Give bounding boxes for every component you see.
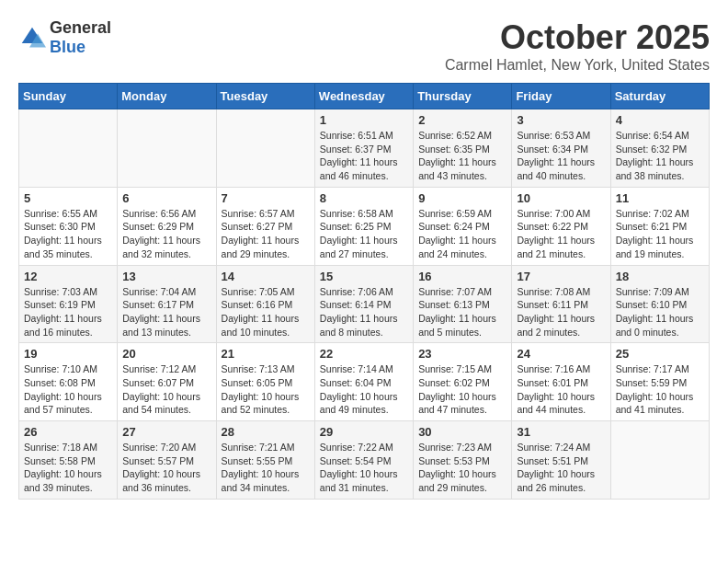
calendar-cell: 16Sunrise: 7:07 AMSunset: 6:13 PMDayligh… xyxy=(414,265,512,343)
day-info: Sunrise: 6:53 AMSunset: 6:34 PMDaylight:… xyxy=(517,129,605,183)
day-number: 11 xyxy=(616,191,704,205)
day-info: Sunrise: 7:14 AMSunset: 6:04 PMDaylight:… xyxy=(320,362,408,417)
day-info-line: Daylight: 10 hours and 57 minutes. xyxy=(24,391,102,416)
calendar-cell: 11Sunrise: 7:02 AMSunset: 6:21 PMDayligh… xyxy=(610,187,709,265)
day-header-friday: Friday xyxy=(512,84,610,109)
day-info-line: Sunset: 6:21 PM xyxy=(616,221,688,232)
day-info: Sunrise: 6:51 AMSunset: 6:37 PMDaylight:… xyxy=(320,129,408,183)
day-info-line: Sunrise: 7:17 AM xyxy=(616,363,689,374)
day-info-line: Sunset: 5:53 PM xyxy=(418,455,490,466)
logo: General Blue xyxy=(18,18,111,57)
day-info-line: Daylight: 11 hours and 10 minutes. xyxy=(222,313,300,338)
day-info-line: Sunrise: 7:03 AM xyxy=(24,286,97,297)
day-info-line: Sunset: 6:08 PM xyxy=(24,377,96,388)
day-info-line: Daylight: 10 hours and 52 minutes. xyxy=(222,391,300,416)
page-header: General Blue October 2025 Carmel Hamlet,… xyxy=(18,18,710,74)
day-info-line: Daylight: 11 hours and 5 minutes. xyxy=(418,313,496,338)
day-info: Sunrise: 7:23 AMSunset: 5:53 PMDaylight:… xyxy=(418,441,506,495)
day-header-wednesday: Wednesday xyxy=(314,84,413,109)
day-info-line: Sunset: 6:11 PM xyxy=(517,299,588,310)
day-info-line: Sunrise: 6:53 AM xyxy=(517,130,590,141)
calendar-cell: 24Sunrise: 7:16 AMSunset: 6:01 PMDayligh… xyxy=(512,343,610,421)
day-info: Sunrise: 7:20 AMSunset: 5:57 PMDaylight:… xyxy=(122,441,210,495)
month-title: October 2025 xyxy=(445,18,710,57)
day-info-line: Sunrise: 6:52 AM xyxy=(418,130,492,141)
day-number: 17 xyxy=(517,270,605,283)
day-info-line: Sunrise: 7:21 AM xyxy=(222,442,295,453)
day-info: Sunrise: 7:08 AMSunset: 6:11 PMDaylight:… xyxy=(517,285,605,339)
day-info: Sunrise: 7:00 AMSunset: 6:22 PMDaylight:… xyxy=(517,207,605,261)
day-number: 12 xyxy=(24,270,112,283)
day-info-line: Sunrise: 7:13 AM xyxy=(222,363,295,374)
calendar-cell: 30Sunrise: 7:23 AMSunset: 5:53 PMDayligh… xyxy=(414,421,512,500)
day-info: Sunrise: 6:55 AMSunset: 6:30 PMDaylight:… xyxy=(24,207,112,261)
calendar-cell xyxy=(216,109,314,188)
day-number: 23 xyxy=(418,347,506,361)
day-number: 4 xyxy=(616,113,704,127)
calendar-cell: 8Sunrise: 6:58 AMSunset: 6:25 PMDaylight… xyxy=(314,187,413,265)
day-info-line: Sunset: 5:59 PM xyxy=(616,377,688,388)
day-info-line: Daylight: 11 hours and 38 minutes. xyxy=(616,156,694,181)
day-info-line: Daylight: 11 hours and 13 minutes. xyxy=(122,313,200,338)
day-info-line: Daylight: 10 hours and 26 minutes. xyxy=(517,468,595,493)
day-info-line: Sunrise: 7:12 AM xyxy=(122,363,196,374)
day-info-line: Sunset: 6:19 PM xyxy=(24,299,96,310)
day-info-line: Sunset: 6:07 PM xyxy=(122,377,194,388)
day-header-thursday: Thursday xyxy=(414,84,512,109)
day-number: 13 xyxy=(122,270,210,283)
day-header-sunday: Sunday xyxy=(19,84,118,109)
calendar-cell: 27Sunrise: 7:20 AMSunset: 5:57 PMDayligh… xyxy=(118,421,216,500)
day-info: Sunrise: 7:17 AMSunset: 5:59 PMDaylight:… xyxy=(616,362,704,417)
calendar-cell: 20Sunrise: 7:12 AMSunset: 6:07 PMDayligh… xyxy=(118,343,216,421)
day-number: 21 xyxy=(222,347,310,361)
day-info-line: Sunrise: 6:58 AM xyxy=(320,208,393,219)
calendar-cell: 12Sunrise: 7:03 AMSunset: 6:19 PMDayligh… xyxy=(19,265,118,343)
calendar-cell: 7Sunrise: 6:57 AMSunset: 6:27 PMDaylight… xyxy=(216,187,314,265)
day-info: Sunrise: 7:03 AMSunset: 6:19 PMDaylight:… xyxy=(24,285,112,339)
day-info-line: Sunrise: 6:56 AM xyxy=(122,208,196,219)
day-number: 25 xyxy=(616,347,704,361)
day-info-line: Sunset: 6:37 PM xyxy=(320,144,392,155)
day-info-line: Sunset: 6:04 PM xyxy=(320,377,392,388)
calendar-cell: 28Sunrise: 7:21 AMSunset: 5:55 PMDayligh… xyxy=(216,421,314,500)
day-number: 30 xyxy=(418,425,506,439)
day-info-line: Sunset: 6:14 PM xyxy=(320,299,392,310)
day-info: Sunrise: 7:09 AMSunset: 6:10 PMDaylight:… xyxy=(616,285,704,339)
location-title: Carmel Hamlet, New York, United States xyxy=(445,57,710,74)
day-info: Sunrise: 7:12 AMSunset: 6:07 PMDaylight:… xyxy=(122,362,210,417)
calendar-cell: 13Sunrise: 7:04 AMSunset: 6:17 PMDayligh… xyxy=(118,265,216,343)
day-info-line: Daylight: 10 hours and 49 minutes. xyxy=(320,391,398,416)
day-info-line: Sunrise: 7:09 AM xyxy=(616,286,689,297)
day-number: 6 xyxy=(122,191,210,205)
day-info-line: Daylight: 11 hours and 8 minutes. xyxy=(320,313,398,338)
day-info-line: Sunset: 6:16 PM xyxy=(222,299,293,310)
day-info-line: Sunrise: 7:04 AM xyxy=(122,286,196,297)
day-info-line: Daylight: 11 hours and 0 minutes. xyxy=(616,313,694,338)
calendar-cell: 22Sunrise: 7:14 AMSunset: 6:04 PMDayligh… xyxy=(314,343,413,421)
day-info-line: Sunset: 5:51 PM xyxy=(517,455,588,466)
day-info-line: Daylight: 11 hours and 29 minutes. xyxy=(222,235,300,259)
day-header-tuesday: Tuesday xyxy=(216,84,314,109)
week-row-3: 12Sunrise: 7:03 AMSunset: 6:19 PMDayligh… xyxy=(19,265,710,343)
week-row-2: 5Sunrise: 6:55 AMSunset: 6:30 PMDaylight… xyxy=(19,187,710,265)
day-info-line: Sunrise: 7:10 AM xyxy=(24,363,97,374)
day-info-line: Sunrise: 7:24 AM xyxy=(517,442,590,453)
day-number: 7 xyxy=(222,191,310,205)
day-info-line: Sunrise: 6:55 AM xyxy=(24,208,97,219)
day-number: 18 xyxy=(616,270,704,283)
calendar-cell xyxy=(610,421,709,500)
calendar-cell: 10Sunrise: 7:00 AMSunset: 6:22 PMDayligh… xyxy=(512,187,610,265)
day-number: 8 xyxy=(320,191,408,205)
day-info: Sunrise: 7:24 AMSunset: 5:51 PMDaylight:… xyxy=(517,441,605,495)
day-number: 9 xyxy=(418,191,506,205)
day-info: Sunrise: 7:22 AMSunset: 5:54 PMDaylight:… xyxy=(320,441,408,495)
day-info-line: Daylight: 11 hours and 46 minutes. xyxy=(320,156,398,181)
calendar-cell: 6Sunrise: 6:56 AMSunset: 6:29 PMDaylight… xyxy=(118,187,216,265)
day-info-line: Sunrise: 7:02 AM xyxy=(616,208,689,219)
day-info-line: Sunrise: 6:57 AM xyxy=(222,208,295,219)
day-info: Sunrise: 7:16 AMSunset: 6:01 PMDaylight:… xyxy=(517,362,605,417)
week-row-5: 26Sunrise: 7:18 AMSunset: 5:58 PMDayligh… xyxy=(19,421,710,500)
calendar-cell: 15Sunrise: 7:06 AMSunset: 6:14 PMDayligh… xyxy=(314,265,413,343)
day-number: 28 xyxy=(222,425,310,439)
day-number: 10 xyxy=(517,191,605,205)
